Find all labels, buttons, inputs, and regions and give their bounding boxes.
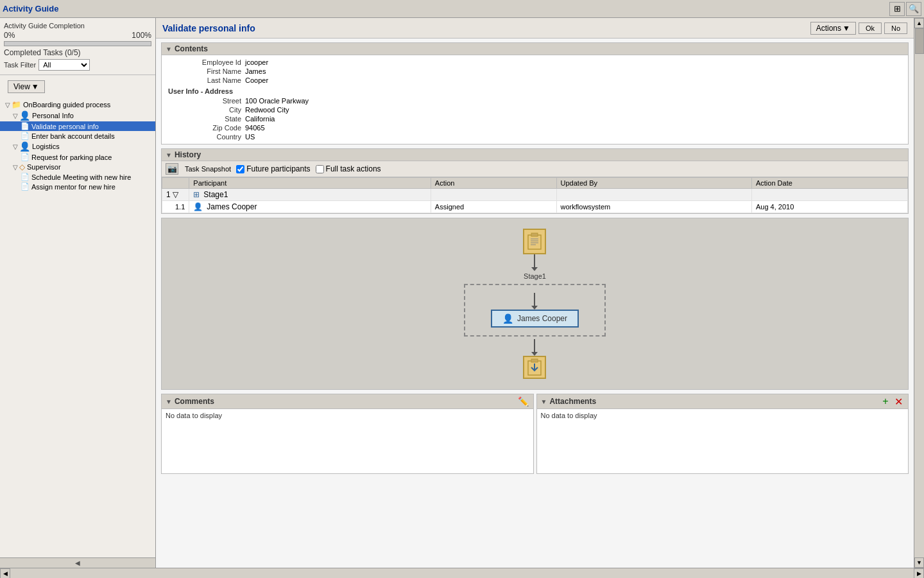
sidebar-item-onboarding[interactable]: ▽ 📁 OnBoarding guided process: [0, 100, 155, 110]
no-button[interactable]: No: [884, 22, 907, 34]
task-filter-row: Task Filter All Incomplete Complete: [4, 58, 151, 72]
bottom-sections: ▼ Comments ✏️ No data to display: [161, 394, 909, 474]
field-city: City Redwood City: [168, 105, 902, 114]
grid-icon-btn[interactable]: ⊞: [889, 2, 905, 16]
wf-download-icon: [523, 356, 546, 379]
bank-account-doc-icon: 📄: [21, 132, 30, 140]
attachments-header: ▼ Attachments + ✕: [537, 394, 909, 409]
wf-arrow-3: [534, 339, 535, 352]
comments-toggle-icon[interactable]: ▼: [166, 398, 172, 405]
jc-num: 1.1: [162, 201, 189, 213]
wf-node-person-icon: 👤: [502, 313, 513, 324]
schedule-meeting-doc-icon: 📄: [21, 173, 30, 181]
sidebar-item-enter-bank-account[interactable]: 📄 Enter bank account details: [0, 131, 155, 141]
sidebar-item-personal-info[interactable]: ▽ 👤 Personal Info: [0, 110, 155, 121]
svg-rect-1: [531, 233, 538, 236]
full-task-actions-checkbox[interactable]: [316, 165, 324, 173]
sidebar-collapse-icon[interactable]: ◀: [75, 559, 80, 566]
last-name-value: Cooper: [245, 76, 268, 84]
sidebar-item-validate-personal-info[interactable]: 📄 Validate personal info: [0, 121, 155, 131]
wf-node-james-cooper[interactable]: 👤 James Cooper: [491, 310, 579, 328]
ok-button[interactable]: Ok: [859, 22, 882, 34]
logistics-person-icon: 👤: [19, 141, 30, 152]
comments-edit-icon[interactable]: ✏️: [518, 396, 529, 407]
search-icon-btn[interactable]: 🔍: [906, 2, 921, 16]
main-area: Activity Guide Completion 0% 100% Comple…: [0, 18, 924, 568]
view-button[interactable]: View ▼: [8, 80, 45, 93]
future-participants-checkbox-label[interactable]: Future participants: [236, 164, 310, 173]
task-filter-select[interactable]: All Incomplete Complete: [38, 59, 90, 71]
progress-area: Activity Guide Completion 0% 100% Comple…: [0, 18, 155, 75]
history-section-title: History: [175, 150, 201, 159]
zip-value: 94065: [245, 124, 265, 132]
comments-icons: ✏️: [518, 396, 529, 407]
wf-arrow-2: [534, 293, 535, 306]
jc-action: Assigned: [431, 201, 556, 213]
street-value: 100 Oracle Parkway: [245, 97, 309, 105]
col-action: Action: [431, 178, 556, 189]
schedule-meeting-label: Schedule Meeting with new hire: [31, 173, 131, 181]
jc-person-icon: 👤: [193, 202, 203, 211]
city-label: City: [168, 106, 245, 114]
history-toggle-icon[interactable]: ▼: [166, 152, 172, 159]
content-title: Validate personal info: [162, 23, 255, 33]
history-section-header: ▼ History: [162, 149, 908, 161]
attachments-toggle-icon[interactable]: ▼: [541, 398, 547, 405]
bottom-scrollbar: ◀ ▶: [0, 568, 924, 578]
attachments-add-icon[interactable]: +: [880, 396, 891, 407]
actions-dropdown-button[interactable]: Actions ▼: [810, 22, 856, 35]
logistics-label: Logistics: [32, 143, 60, 150]
top-bar: Activity Guide ⊞ 🔍: [0, 0, 924, 18]
wf-node-label: James Cooper: [517, 314, 567, 323]
workflow-area: Stage1 👤 James Cooper: [161, 218, 909, 390]
sidebar-item-logistics[interactable]: ▽ 👤 Logistics: [0, 141, 155, 152]
task-snapshot-btn[interactable]: 📷: [166, 163, 178, 175]
scrollbar-up-btn[interactable]: ▲: [914, 18, 924, 28]
task-snapshot-icon: 📷: [167, 164, 177, 173]
contents-toggle-icon[interactable]: ▼: [166, 46, 172, 53]
sidebar-item-schedule-meeting[interactable]: 📄 Schedule Meeting with new hire: [0, 172, 155, 182]
attachments-remove-icon[interactable]: ✕: [893, 396, 904, 407]
stage1-num: 1 ▽: [162, 189, 189, 201]
street-label: Street: [168, 97, 245, 105]
future-participants-checkbox[interactable]: [236, 165, 244, 173]
stage1-toggle[interactable]: ▽: [173, 190, 178, 199]
scrollbar-left-btn[interactable]: ◀: [0, 568, 10, 579]
content-scroll: ▼ Contents Employee Id jcooper First Nam…: [156, 39, 914, 568]
workflow-inner: Stage1 👤 James Cooper: [464, 218, 606, 389]
jc-participant-name: James Cooper: [207, 202, 257, 211]
tree-area: ▽ 📁 OnBoarding guided process ▽ 👤 Person…: [0, 98, 155, 557]
view-area: View ▼: [0, 75, 155, 98]
sidebar-item-supervisor[interactable]: ▽ ◇ Supervisor: [0, 162, 155, 172]
sidebar-item-assign-mentor[interactable]: 📄 Assign mentor for new hire: [0, 182, 155, 191]
progress-max: 100%: [132, 31, 151, 40]
svg-rect-0: [528, 235, 541, 249]
comments-no-data: No data to display: [162, 409, 533, 422]
request-parking-doc-icon: 📄: [21, 153, 30, 161]
field-last-name: Last Name Cooper: [168, 76, 902, 85]
supervisor-label: Supervisor: [27, 163, 61, 171]
history-row-james-cooper: 1.1 👤 James Cooper Assigned workflowsyst…: [162, 201, 908, 213]
sidebar-item-request-parking[interactable]: 📄 Request for parking place: [0, 152, 155, 162]
full-task-actions-checkbox-label[interactable]: Full task actions: [316, 164, 381, 173]
full-task-actions-label: Full task actions: [326, 164, 381, 173]
assign-mentor-doc-icon: 📄: [21, 182, 30, 191]
attachments-title-row: ▼ Attachments: [541, 397, 597, 406]
tree-toggle-onboarding: ▽: [5, 101, 10, 109]
sidebar-bottom: ◀: [0, 557, 155, 568]
wf-clipboard-icon: [523, 229, 546, 254]
wf-arrow-1: [534, 254, 535, 267]
jc-updated-by: workflowsystem: [556, 201, 751, 213]
app-root: Activity Guide ⊞ 🔍 Activity Guide Comple…: [0, 0, 924, 578]
future-participants-label: Future participants: [246, 164, 310, 173]
scrollbar-right-btn[interactable]: ▶: [914, 568, 924, 579]
scrollbar-down-btn[interactable]: ▼: [914, 557, 924, 568]
history-table-container: Participant Action Updated By Action Dat…: [162, 177, 908, 213]
stage1-updated-by: [556, 189, 751, 201]
validate-personal-info-label: Validate personal info: [31, 123, 99, 130]
field-first-name: First Name James: [168, 67, 902, 76]
attachments-icons: + ✕: [880, 396, 904, 407]
content-header: Validate personal info Actions ▼ Ok No: [156, 18, 914, 39]
wf-dashed-box: 👤 James Cooper: [464, 284, 606, 337]
scrollbar-thumb[interactable]: [915, 28, 924, 54]
